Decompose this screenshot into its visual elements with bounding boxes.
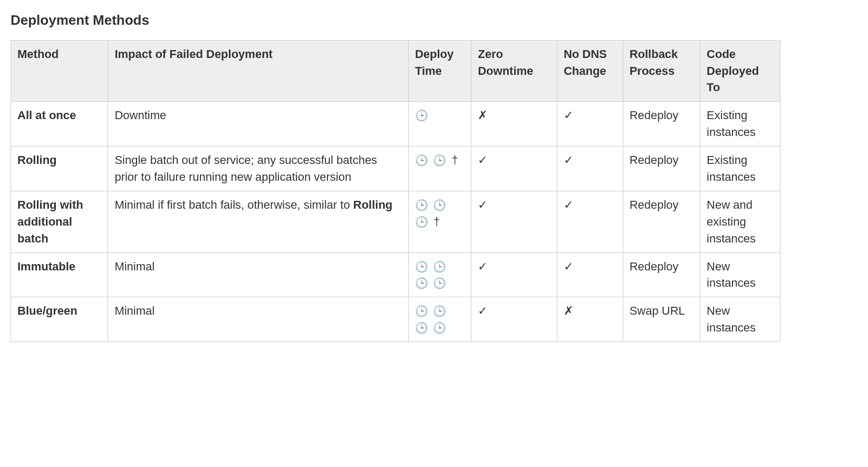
cell-rollback: Redeploy [623, 147, 700, 191]
cell-rollback: Redeploy [623, 191, 700, 252]
cell-no-dns-change: ✓ [557, 102, 623, 147]
cell-zero-downtime: ✓ [471, 147, 557, 191]
cell-deploy-time: 🕒 🕒 🕒 † [408, 191, 471, 252]
deployment-methods-table: Method Impact of Failed Deployment Deplo… [11, 40, 780, 342]
impact-text: Single batch out of service; any success… [114, 153, 377, 183]
impact-text: Downtime [114, 109, 166, 122]
cell-deploy-time: 🕒 🕒 🕒 🕒 [408, 252, 471, 297]
impact-text: Minimal [114, 260, 155, 273]
cell-impact: Minimal [108, 252, 408, 297]
dagger-icon: † [447, 153, 458, 167]
cell-zero-downtime: ✓ [471, 297, 557, 342]
dagger-icon: † [429, 215, 440, 228]
col-header-dns: No DNS Change [557, 40, 623, 102]
cell-method: All at once [11, 102, 108, 147]
table-row: RollingSingle batch out of service; any … [11, 147, 780, 191]
cell-deploy-time: 🕒 🕒 🕒 🕒 [408, 297, 471, 342]
cell-code-deployed-to: Existing instances [700, 102, 780, 147]
cell-zero-downtime: ✓ [471, 252, 557, 297]
cell-zero-downtime: ✓ [471, 191, 557, 252]
cell-impact: Downtime [108, 102, 408, 147]
page-title: Deployment Methods [11, 11, 857, 31]
col-header-method: Method [11, 40, 108, 102]
cell-method: Immutable [11, 252, 108, 297]
col-header-time: Deploy Time [408, 40, 471, 102]
clock-icon: 🕒 [415, 110, 429, 121]
impact-text: Minimal if first batch fails, otherwise,… [114, 198, 353, 211]
cell-code-deployed-to: New instances [700, 252, 780, 297]
cell-rollback: Redeploy [623, 252, 700, 297]
cell-method: Rolling [11, 147, 108, 191]
cell-impact: Single batch out of service; any success… [108, 147, 408, 191]
col-header-impact: Impact of Failed Deployment [108, 40, 408, 102]
table-row: ImmutableMinimal🕒 🕒 🕒 🕒✓✓RedeployNew ins… [11, 252, 780, 297]
table-row: Blue/greenMinimal🕒 🕒 🕒 🕒✓✗Swap URLNew in… [11, 297, 780, 342]
clock-icon: 🕒 🕒 [415, 154, 448, 166]
cell-deploy-time: 🕒 🕒 † [408, 147, 471, 191]
cell-zero-downtime: ✗ [471, 102, 557, 147]
cell-method: Rolling with additional batch [11, 191, 108, 252]
cell-rollback: Swap URL [623, 297, 700, 342]
cell-no-dns-change: ✓ [557, 252, 623, 297]
cell-no-dns-change: ✗ [557, 297, 623, 342]
table-header-row: Method Impact of Failed Deployment Deplo… [11, 40, 780, 102]
clock-icon: 🕒 🕒 🕒 🕒 [415, 261, 448, 289]
cell-code-deployed-to: Existing instances [700, 147, 780, 191]
cell-deploy-time: 🕒 [408, 102, 471, 147]
impact-bold: Rolling [353, 198, 393, 211]
clock-icon: 🕒 🕒 🕒 🕒 [415, 305, 448, 334]
cell-code-deployed-to: New and existing instances [700, 191, 780, 252]
cell-no-dns-change: ✓ [557, 147, 623, 191]
cell-impact: Minimal if first batch fails, otherwise,… [108, 191, 408, 252]
col-header-code: Code Deployed To [700, 40, 780, 102]
cell-code-deployed-to: New instances [700, 297, 780, 342]
cell-impact: Minimal [108, 297, 408, 342]
col-header-rollback: Rollback Process [623, 40, 700, 102]
impact-text: Minimal [114, 304, 155, 317]
cell-rollback: Redeploy [623, 102, 700, 147]
table-row: All at onceDowntime🕒✗✓RedeployExisting i… [11, 102, 780, 147]
col-header-zero: Zero Downtime [471, 40, 557, 102]
table-row: Rolling with additional batchMinimal if … [11, 191, 780, 252]
cell-method: Blue/green [11, 297, 108, 342]
cell-no-dns-change: ✓ [557, 191, 623, 252]
